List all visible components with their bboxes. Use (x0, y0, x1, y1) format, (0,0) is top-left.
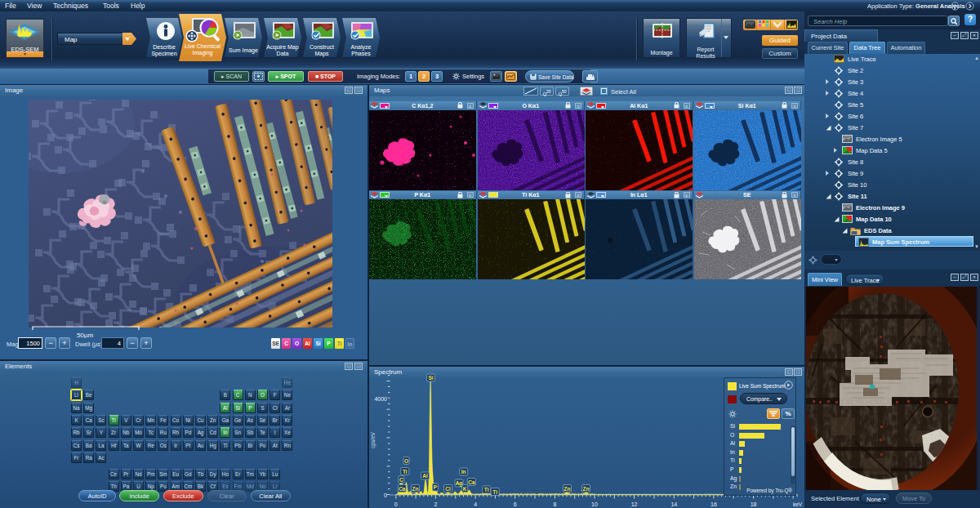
svg-text:8: 8 (553, 501, 556, 507)
svg-text:18: 18 (751, 501, 757, 507)
svg-text:50µm: 50µm (77, 332, 94, 339)
svg-text:cps/eV: cps/eV (370, 431, 376, 448)
svg-text:keV: keV (793, 501, 803, 507)
svg-text:Si: Si (428, 375, 433, 381)
svg-text:O: O (404, 458, 408, 464)
svg-text:Ag: Ag (456, 480, 463, 487)
svg-text:Zn: Zn (412, 486, 419, 492)
svg-text:12: 12 (631, 501, 638, 507)
svg-text:6: 6 (514, 501, 517, 507)
svg-text:K: K (463, 486, 467, 492)
svg-text:Ti: Ti (492, 489, 497, 495)
svg-text:Ca: Ca (399, 486, 406, 492)
svg-text:P: P (434, 484, 438, 490)
svg-text:4000: 4000 (374, 396, 387, 402)
svg-text:16: 16 (710, 501, 717, 507)
svg-text:Al: Al (422, 473, 428, 479)
svg-text:C: C (399, 477, 403, 483)
svg-text:Ti: Ti (484, 487, 489, 492)
svg-text:14: 14 (670, 501, 677, 507)
svg-text:In: In (461, 469, 466, 475)
svg-text:Zn: Zn (564, 486, 571, 492)
svg-text:0: 0 (394, 501, 398, 507)
svg-text:0: 0 (384, 492, 387, 498)
svg-text:2: 2 (434, 501, 437, 507)
svg-text:Cl: Cl (445, 486, 451, 492)
svg-text:4: 4 (474, 501, 477, 507)
svg-text:10: 10 (591, 501, 598, 507)
svg-text:Ca: Ca (468, 479, 475, 485)
svg-text:Ti: Ti (403, 469, 408, 475)
svg-text:Zn: Zn (583, 486, 590, 492)
